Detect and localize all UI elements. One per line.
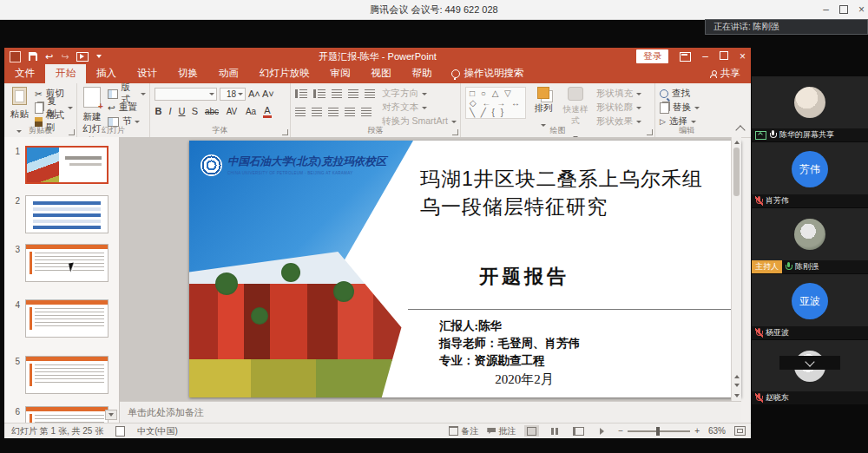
justify-icon[interactable] bbox=[345, 108, 355, 116]
strikethrough-button[interactable]: abc bbox=[204, 107, 220, 116]
previous-slide-icon[interactable] bbox=[734, 375, 740, 378]
font-color-button[interactable]: A bbox=[263, 105, 272, 118]
start-slideshow-icon[interactable] bbox=[76, 52, 89, 62]
thumbnail-1[interactable]: 1 bbox=[4, 146, 119, 184]
participant-tile-host[interactable]: 主持人 陈刚强 bbox=[752, 208, 868, 273]
signin-button[interactable]: 登录 bbox=[636, 49, 668, 63]
tab-review[interactable]: 审阅 bbox=[320, 64, 361, 83]
tab-help[interactable]: 帮助 bbox=[402, 64, 443, 83]
arrange-button[interactable]: 排列 bbox=[532, 87, 555, 130]
collapse-panel-button[interactable] bbox=[779, 356, 840, 370]
ppt-restore-icon[interactable] bbox=[720, 51, 728, 60]
collapse-ribbon-icon[interactable] bbox=[735, 125, 745, 135]
shrink-font-button[interactable]: A˅ bbox=[262, 89, 273, 99]
zoom-level[interactable]: 63% bbox=[708, 426, 726, 436]
shape-outline-button[interactable]: 形状轮廓 bbox=[596, 101, 641, 115]
change-case-button[interactable]: Aa bbox=[244, 107, 258, 116]
normal-view-button[interactable] bbox=[524, 425, 539, 437]
align-right-icon[interactable] bbox=[328, 108, 339, 116]
increase-indent-icon[interactable] bbox=[348, 89, 358, 98]
undo-icon[interactable]: ↩ bbox=[45, 48, 53, 65]
thumbnail-3[interactable]: 3 bbox=[4, 244, 119, 282]
zoom-slider-thumb[interactable] bbox=[656, 427, 660, 436]
tab-slideshow[interactable]: 幻灯片放映 bbox=[249, 64, 320, 83]
shapes-gallery[interactable]: □ ○ △ ▽ ◇ ← → ↔ ╲ ╱ { } bbox=[465, 87, 526, 119]
close-icon[interactable]: × bbox=[858, 3, 865, 16]
reading-view-button[interactable] bbox=[571, 425, 586, 437]
line-spacing-icon[interactable] bbox=[365, 89, 375, 98]
tab-view[interactable]: 视图 bbox=[361, 64, 402, 83]
italic-button[interactable]: I bbox=[168, 106, 173, 116]
scroll-down-icon[interactable] bbox=[734, 394, 740, 397]
bullets-icon[interactable] bbox=[295, 89, 307, 98]
shadow-button[interactable]: S bbox=[191, 106, 199, 116]
participant-tile[interactable]: 亚波 杨亚波 bbox=[752, 274, 868, 339]
align-center-icon[interactable] bbox=[312, 108, 322, 116]
thumbnail-6[interactable]: 6 bbox=[4, 406, 119, 423]
notes-pane[interactable]: 单击此处添加备注 bbox=[120, 401, 741, 423]
zoom-slider[interactable] bbox=[628, 430, 690, 432]
scroll-up-icon[interactable] bbox=[734, 141, 740, 144]
participant-tile-screenshare[interactable]: 陈华的屏幕共享 bbox=[752, 76, 868, 141]
ppt-minimize-icon[interactable]: – bbox=[702, 48, 708, 65]
maximize-icon[interactable] bbox=[839, 5, 848, 14]
grow-font-button[interactable]: A˄ bbox=[248, 89, 260, 99]
zoom-in-button[interactable]: + bbox=[694, 426, 700, 436]
status-bar: 幻灯片 第 1 张, 共 25 张 中文(中国) 备注 批注 − + 63% bbox=[4, 423, 751, 438]
thumbnail-2[interactable]: 2 bbox=[4, 195, 119, 233]
columns-icon[interactable] bbox=[361, 108, 372, 116]
participant-tile[interactable]: 芳伟 肖芳伟 bbox=[752, 142, 868, 207]
tab-insert[interactable]: 插入 bbox=[86, 64, 127, 83]
vertical-scrollbar[interactable] bbox=[731, 137, 741, 401]
decrease-indent-icon[interactable] bbox=[332, 89, 342, 98]
align-text-button[interactable]: 对齐文本 bbox=[382, 101, 457, 115]
accessibility-icon[interactable] bbox=[115, 426, 125, 437]
participant-name: 陈刚强 bbox=[795, 261, 819, 272]
tab-file[interactable]: 文件 bbox=[4, 64, 45, 83]
tab-animations[interactable]: 动画 bbox=[208, 64, 249, 83]
powerpoint-titlebar: ↩ ↪ 开题汇报-陈华 - PowerPoint 登录 – × bbox=[4, 48, 751, 65]
minimize-icon[interactable]: – bbox=[823, 3, 829, 16]
tab-transitions[interactable]: 切换 bbox=[168, 64, 208, 83]
fit-to-window-icon[interactable] bbox=[734, 426, 746, 436]
slide-artwork: 中国石油大学(北京)克拉玛依校区 CHINA UNIVERSITY OF PET… bbox=[189, 141, 413, 397]
share-button[interactable]: 共享 bbox=[710, 67, 751, 83]
character-spacing-button[interactable]: AV bbox=[225, 107, 239, 116]
find-button[interactable]: 查找 bbox=[660, 87, 714, 101]
align-left-icon[interactable] bbox=[295, 108, 306, 116]
font-name-select[interactable] bbox=[155, 88, 217, 101]
save-icon[interactable] bbox=[29, 52, 37, 61]
redo-icon[interactable]: ↪ bbox=[61, 48, 69, 65]
slide-editor-area[interactable]: 中国石油大学(北京)克拉玛依校区 CHINA UNIVERSITY OF PET… bbox=[120, 137, 741, 401]
tell-me-search[interactable]: 操作说明搜索 bbox=[451, 67, 524, 83]
notes-toggle-button[interactable]: 备注 bbox=[449, 425, 478, 437]
tab-design[interactable]: 设计 bbox=[127, 64, 168, 83]
slide-sorter-view-button[interactable] bbox=[548, 425, 562, 437]
comments-toggle-button[interactable]: 批注 bbox=[487, 425, 516, 437]
ppt-close-icon[interactable]: × bbox=[740, 48, 746, 65]
bold-button[interactable]: B bbox=[155, 106, 162, 116]
slide-date: 2020年2月 bbox=[420, 371, 628, 388]
font-size-select[interactable]: 18 bbox=[220, 88, 246, 101]
slideshow-view-button[interactable] bbox=[595, 425, 609, 437]
participant-tile[interactable]: 赵晓东 bbox=[752, 340, 868, 404]
slide-canvas[interactable]: 中国石油大学(北京)克拉玛依校区 CHINA UNIVERSITY OF PET… bbox=[189, 141, 741, 397]
customize-qat-icon[interactable] bbox=[96, 55, 102, 58]
shape-fill-button[interactable]: 形状填充 bbox=[596, 87, 641, 101]
underline-button[interactable]: U bbox=[178, 106, 186, 116]
text-direction-button[interactable]: 文字方向 bbox=[382, 87, 457, 101]
ribbon-display-options-icon[interactable] bbox=[680, 52, 691, 62]
thumbnail-5[interactable]: 5 bbox=[4, 356, 119, 394]
thumbnail-collapse-button[interactable] bbox=[105, 410, 117, 420]
next-slide-icon[interactable] bbox=[734, 384, 740, 387]
tab-home[interactable]: 开始 bbox=[45, 64, 86, 83]
reset-button[interactable]: ↩重置 bbox=[108, 101, 146, 115]
zoom-out-button[interactable]: − bbox=[618, 426, 623, 436]
thumbnail-4[interactable]: 4 bbox=[4, 299, 119, 338]
scrollbar-thumb[interactable] bbox=[733, 148, 740, 196]
layout-button[interactable]: 版式 bbox=[108, 87, 146, 101]
language-indicator[interactable]: 中文(中国) bbox=[137, 425, 178, 437]
numbering-icon[interactable] bbox=[313, 89, 326, 98]
replace-button[interactable]: 替换 bbox=[660, 101, 714, 115]
powerpoint-app-icon[interactable] bbox=[10, 51, 21, 62]
